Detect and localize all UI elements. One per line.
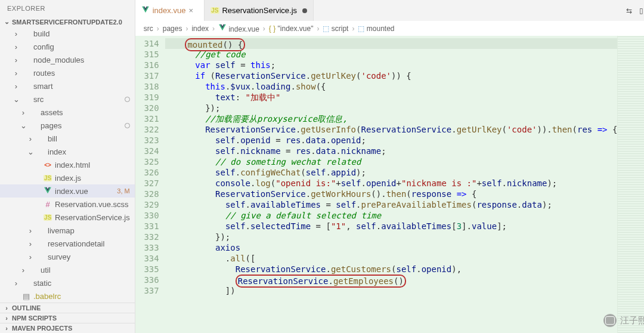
code-line[interactable]: axios: [165, 242, 618, 253]
code-line[interactable]: self.availableTimes = self.prePareAvaili…: [165, 199, 618, 210]
code-line[interactable]: mounted() {: [165, 38, 618, 49]
folder-item[interactable]: ›bill: [0, 132, 135, 145]
modified-dot-icon: [125, 123, 130, 128]
tree-item-label: build: [33, 29, 49, 38]
chevron-right-icon: ›: [12, 69, 20, 78]
method-icon: ⬚: [323, 24, 329, 33]
scss-icon: #: [43, 199, 52, 209]
chevron-right-icon: ›: [352, 24, 354, 33]
code-editor[interactable]: 3143153163173183193203213223233243253263…: [135, 36, 644, 333]
chevron-right-icon: ›: [26, 239, 35, 248]
close-icon[interactable]: ×: [188, 6, 198, 15]
tab-label: index.vue: [153, 6, 186, 15]
file-item[interactable]: JSindex.js: [0, 171, 135, 184]
code-line[interactable]: ReservationService.getWorkHours().then(r…: [165, 189, 618, 199]
tree-item-label: index: [48, 147, 66, 156]
tree-item-label: index.js: [55, 174, 81, 183]
code-line[interactable]: ReservationService.getEmployees(): [165, 275, 618, 285]
folder-icon: [21, 278, 31, 288]
chevron-right-icon: ›: [263, 24, 265, 33]
chevron-right-icon: ›: [12, 29, 20, 38]
code-line[interactable]: });: [165, 103, 618, 113]
folder-item[interactable]: ⌄pages: [0, 119, 135, 132]
split-icon[interactable]: ▯: [639, 7, 643, 15]
breadcrumb-item[interactable]: ⬚ mounted: [358, 24, 394, 33]
folder-item[interactable]: ›assets: [0, 106, 135, 119]
code-line[interactable]: self.openid = res.data.openid;: [165, 135, 618, 146]
git-status: 3, M: [117, 187, 129, 195]
tree-item-label: .babelrc: [33, 292, 61, 301]
breadcrumb-item[interactable]: index: [191, 24, 209, 33]
breadcrumb-item[interactable]: ⬚ script: [323, 24, 348, 33]
file-item[interactable]: ▤.babelrc: [0, 289, 135, 303]
code-line[interactable]: .all([: [165, 253, 618, 264]
folder-icon: [21, 68, 31, 78]
folder-item[interactable]: ›static: [0, 276, 135, 289]
project-header[interactable]: ⌄ SMARTSERVICEFRONTUPDATE2.0: [0, 17, 135, 27]
chevron-down-icon: ⌄: [26, 147, 35, 156]
tree-item-label: bill: [48, 134, 57, 143]
folder-item[interactable]: ›survey: [0, 250, 135, 263]
folder-item[interactable]: ›util: [0, 263, 135, 276]
chevron-right-icon: ›: [2, 325, 11, 332]
code-line[interactable]: self.selectedTime = ["1", self.available…: [165, 221, 618, 232]
chevron-down-icon: ⌄: [19, 121, 27, 130]
file-item[interactable]: index.vue3, M: [0, 184, 135, 198]
folder-icon: [36, 226, 45, 235]
tree-item-label: node_modules: [33, 56, 84, 64]
code-line[interactable]: ReservationService.getCustomers(self.ope…: [165, 264, 618, 275]
file-item[interactable]: JSReservationService.js: [0, 211, 135, 224]
breadcrumb[interactable]: src›pages›index› index.vue›{ } "index.vu…: [135, 21, 644, 36]
folder-item[interactable]: ›smart: [0, 79, 135, 92]
code-line[interactable]: this.$vux.loading.show({: [165, 81, 618, 92]
code-line[interactable]: //get code: [165, 49, 618, 60]
minimap[interactable]: [617, 36, 644, 333]
folder-item[interactable]: ›routes: [0, 66, 135, 79]
folder-item[interactable]: ⌄index: [0, 145, 135, 158]
sidebar-section[interactable]: ›MAVEN PROJECTS: [0, 323, 135, 333]
tab-actions: ⇆ ▯ ⋯: [619, 0, 644, 21]
code-line[interactable]: //加载需要从proxyservice取信息,: [165, 113, 618, 124]
sidebar-section[interactable]: ›NPM SCRIPTS: [0, 313, 135, 323]
watermark: 汪子熙: [603, 314, 644, 327]
tab-label: ReservationService.js: [222, 6, 297, 15]
sidebar-section[interactable]: ›OUTLINE: [0, 303, 135, 313]
editor-tab[interactable]: JSReservationService.js: [205, 0, 314, 21]
file-item[interactable]: #Reservation.vue.scss: [0, 198, 135, 211]
folder-item[interactable]: ›node_modules: [0, 53, 135, 66]
chevron-right-icon: ›: [26, 134, 35, 143]
chevron-right-icon: ›: [19, 108, 27, 117]
code-line[interactable]: var self = this;: [165, 60, 618, 70]
code-line[interactable]: if (ReservationService.getUrlKey('code')…: [165, 70, 618, 81]
editor-tab[interactable]: index.vue×: [135, 0, 205, 21]
folder-item[interactable]: ›config: [0, 40, 135, 53]
chevron-right-icon: ›: [212, 24, 215, 33]
chevron-down-icon: ⌄: [12, 95, 20, 104]
chevron-right-icon: ›: [26, 252, 35, 261]
folder-item[interactable]: ›livemap: [0, 224, 135, 237]
code-line[interactable]: ReservationService.getUserInfo(Reservati…: [165, 124, 618, 135]
folder-item[interactable]: ›build: [0, 27, 135, 40]
code-line[interactable]: console.log("openid is:"+self.openid+"ni…: [165, 178, 618, 189]
code-line[interactable]: self.nickname = res.data.nickname;: [165, 146, 618, 156]
code-line[interactable]: // give a default selected time: [165, 210, 618, 221]
code-line[interactable]: self.configWeChat(self.appid);: [165, 167, 618, 178]
folder-item[interactable]: ⌄src: [0, 92, 135, 106]
breadcrumb-item[interactable]: index.vue: [218, 23, 259, 33]
file-item[interactable]: <>index.html: [0, 158, 135, 171]
folder-icon: [21, 94, 31, 104]
code-line[interactable]: // do someting wechat related: [165, 156, 618, 167]
tree-item-label: util: [41, 266, 51, 275]
code-line[interactable]: text: "加载中": [165, 92, 618, 103]
breadcrumb-item[interactable]: { } "index.vue": [269, 24, 314, 33]
tree-item-label: routes: [33, 69, 55, 78]
chevron-right-icon: ›: [2, 304, 11, 312]
code-line[interactable]: });: [165, 232, 618, 242]
wechat-icon: [603, 314, 617, 327]
folder-item[interactable]: ›reservationdetail: [0, 237, 135, 250]
tab-bar: index.vue×JSReservationService.js ⇆ ▯ ⋯: [135, 0, 644, 21]
compare-icon[interactable]: ⇆: [626, 7, 632, 15]
tree-item-label: index.vue: [55, 187, 88, 196]
breadcrumb-item[interactable]: pages: [163, 24, 182, 33]
breadcrumb-item[interactable]: src: [144, 24, 153, 33]
